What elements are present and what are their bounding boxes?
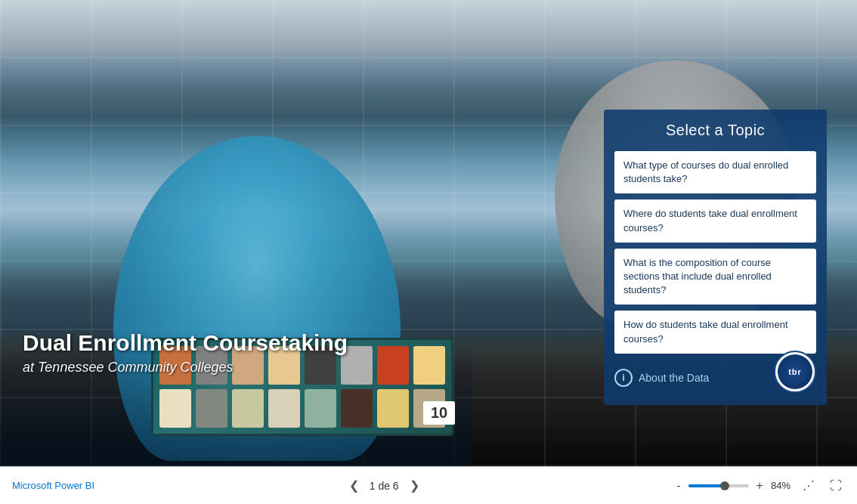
zoom-minus-button[interactable]: - xyxy=(673,478,683,494)
specimen-number-tag: 10 xyxy=(423,401,455,425)
hero-subtitle: at Tennessee Community Colleges xyxy=(23,360,348,376)
bottom-toolbar: Microsoft Power BI ❮ 1 de 6 ❯ - + 84% ⋰ xyxy=(0,466,857,504)
specimen-item xyxy=(159,389,191,428)
specimen-item xyxy=(377,346,409,385)
specimen-item xyxy=(196,389,227,428)
topic-btn-1[interactable]: What type of courses do dual enrolled st… xyxy=(614,151,816,193)
zoom-plus-button[interactable]: + xyxy=(753,478,766,494)
topic-panel: Select a Topic What type of courses do d… xyxy=(604,110,827,405)
specimen-item xyxy=(413,346,445,385)
about-data-label: About the Data xyxy=(639,372,709,384)
zoom-slider-thumb xyxy=(720,481,729,490)
chevron-right-icon: ❯ xyxy=(410,478,419,493)
tbr-text: tbr xyxy=(788,367,802,376)
specimen-item xyxy=(305,389,336,428)
zoom-area: - + 84% xyxy=(673,478,790,494)
specimen-item xyxy=(268,389,300,428)
specimen-item xyxy=(377,389,409,428)
tbr-logo: tbr xyxy=(774,351,816,393)
chevron-left-icon: ❮ xyxy=(349,478,359,493)
pagination-area: ❮ 1 de 6 ❯ xyxy=(346,475,422,496)
share-icon: ⋰ xyxy=(803,479,815,492)
hero-title-area: Dual Enrollment Coursetaking at Tennesse… xyxy=(23,329,348,376)
specimen-item xyxy=(341,389,373,428)
fullscreen-button[interactable]: ⛶ xyxy=(827,476,845,496)
page-prev-button[interactable]: ❮ xyxy=(346,475,362,496)
hero-main-title: Dual Enrollment Coursetaking xyxy=(23,329,348,357)
topic-btn-3[interactable]: What is the composition of course sectio… xyxy=(614,249,816,305)
share-button[interactable]: ⋰ xyxy=(800,475,818,496)
topic-btn-4[interactable]: How do students take dual enrollment cou… xyxy=(614,311,816,353)
fullscreen-icon: ⛶ xyxy=(830,479,842,492)
about-data-button[interactable]: i About the Data xyxy=(614,366,709,390)
main-container: 10 Dual Enrollment Coursetaking at Tenne… xyxy=(0,0,857,504)
powerbi-link[interactable]: Microsoft Power BI xyxy=(12,480,94,491)
page-info: 1 de 6 xyxy=(370,480,399,492)
toolbar-right: - + 84% ⋰ ⛶ xyxy=(673,475,845,496)
page-next-button[interactable]: ❯ xyxy=(407,475,422,496)
zoom-slider-fill xyxy=(688,484,725,487)
topic-btn-2[interactable]: Where do students take dual enrollment c… xyxy=(614,199,816,242)
hero-section: 10 Dual Enrollment Coursetaking at Tenne… xyxy=(0,0,857,466)
specimen-item xyxy=(232,389,264,428)
topic-panel-title: Select a Topic xyxy=(614,122,816,139)
zoom-percent: 84% xyxy=(771,480,790,491)
zoom-slider[interactable] xyxy=(688,484,749,487)
info-icon: i xyxy=(614,369,633,387)
tbr-logo-inner: tbr xyxy=(778,354,812,389)
